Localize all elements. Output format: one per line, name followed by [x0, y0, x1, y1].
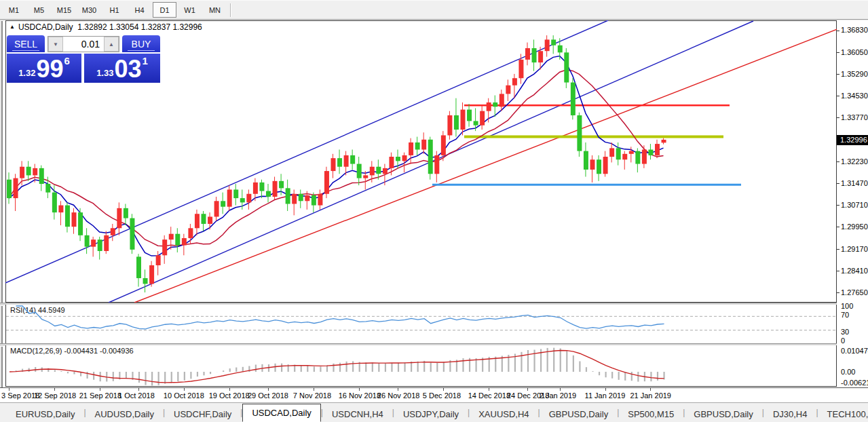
- date-axis-tick: [527, 388, 528, 391]
- date-axis-tick: [268, 388, 269, 391]
- price-axis-tick: [837, 31, 839, 31]
- date-axis-label: 5 Dec 2018: [423, 391, 461, 400]
- symbol-tab-sp500-8[interactable]: SP500,M15: [619, 406, 683, 422]
- date-axis-label: 1 Oct 2018: [118, 391, 155, 400]
- timeframe-button-w1[interactable]: W1: [178, 2, 202, 18]
- date-axis-tick: [398, 388, 398, 391]
- date-axis-label: 2 Jan 2019: [540, 391, 576, 400]
- red-trendline[interactable]: [134, 22, 837, 303]
- date-axis-label: 16 Nov 2018: [339, 391, 381, 400]
- date-axis-tick: [54, 388, 55, 391]
- date-axis-tick: [359, 388, 360, 391]
- price-axis-label: 1.28410: [841, 267, 868, 275]
- price-axis-tick: [837, 205, 839, 206]
- volume-down-icon[interactable]: ▼: [48, 37, 63, 52]
- price-axis-tick: [837, 96, 839, 96]
- symbol-tab-gbpusd-7[interactable]: GBPUSD,Daily: [540, 406, 617, 422]
- price-axis-tick: [837, 292, 839, 293]
- symbol-tab-gbpusd-9[interactable]: GBPUSD,Daily: [685, 406, 761, 422]
- rsi-plot: [6, 305, 836, 343]
- volume-up-icon[interactable]: ▲: [104, 37, 119, 52]
- price-axis-label: 1.36050: [841, 48, 868, 56]
- price-axis-label: 1.29950: [841, 223, 868, 231]
- price-axis-tick: [837, 161, 839, 162]
- indicator-scale-label: 0.010474: [841, 347, 868, 355]
- indicator-scale-label: 0: [841, 337, 845, 345]
- date-axis-tick: [229, 388, 230, 391]
- date-axis-label: 7 Nov 2018: [293, 391, 331, 400]
- indicator-scale-label: -0.006218: [841, 379, 868, 387]
- date-axis-tick: [489, 388, 489, 391]
- symbol-tab-usdcad-3[interactable]: USDCAD,Daily: [242, 404, 320, 422]
- symbol-tab-xauusd-6[interactable]: XAUUSD,H4: [470, 406, 537, 422]
- date-axis-label: 26 Nov 2018: [377, 391, 419, 400]
- timeframe-button-d1[interactable]: D1: [153, 2, 176, 18]
- symbol-tab-eurusd-0[interactable]: EURUSD,Daily: [7, 406, 83, 422]
- date-axis-tick: [184, 388, 185, 391]
- timeframe-button-h4[interactable]: H4: [128, 2, 151, 18]
- symbol-tab-usdchf-2[interactable]: USDCHF,Daily: [165, 406, 240, 422]
- date-axis-label: 21 Sep 2018: [79, 391, 121, 400]
- price-axis-label: 1.35290: [841, 70, 868, 78]
- price-axis-tick: [837, 183, 839, 184]
- price-axis-label: 1.34530: [841, 92, 868, 100]
- indicator-scale-label: 70: [841, 311, 849, 319]
- date-axis-label: 19 Oct 2018: [209, 391, 250, 400]
- timeframe-button-m5[interactable]: M5: [27, 2, 51, 18]
- symbol-tab-usdcnh-4[interactable]: USDCNH,H4: [323, 406, 392, 422]
- price-axis-tick: [837, 74, 839, 75]
- price-axis-tick: [837, 117, 839, 118]
- rsi-line: [16, 306, 664, 329]
- timeframe-button-mn[interactable]: MN: [203, 2, 227, 18]
- price-axis-label: 1.32230: [841, 157, 868, 166]
- buy-price-box[interactable]: 1.33 03 1: [84, 54, 160, 83]
- price-axis-label: 1.29170: [841, 245, 868, 253]
- macd-plot: [6, 345, 836, 387]
- price-axis-label: 1.27650: [841, 288, 868, 296]
- indicator-scale-label: 30: [841, 328, 849, 336]
- timeframe-button-h1[interactable]: H1: [102, 2, 126, 18]
- date-axis-tick: [100, 388, 100, 391]
- timeframe-button-m15[interactable]: M15: [52, 2, 76, 18]
- buy-button[interactable]: BUY: [122, 35, 160, 52]
- symbol-tab-audusd-1[interactable]: AUDUSD,Daily: [86, 406, 163, 422]
- one-click-trade-panel: SELL ▼ 0.01 ▲ BUY 1.32 99 6 1.33 03 1: [7, 35, 160, 83]
- date-axis[interactable]: 3 Sep 201812 Sep 201821 Sep 20181 Oct 20…: [0, 387, 868, 403]
- date-axis-tick: [138, 388, 139, 391]
- price-axis-label: 1.33770: [841, 113, 868, 121]
- toolbar-separator: [230, 3, 231, 17]
- date-axis-label: 11 Jan 2019: [585, 391, 626, 400]
- date-axis-tick: [314, 388, 314, 391]
- date-axis-label: 10 Oct 2018: [164, 391, 204, 400]
- sell-button[interactable]: SELL: [7, 35, 45, 52]
- current-price-label: 1.32996: [837, 135, 868, 145]
- date-axis-tick: [650, 388, 651, 391]
- symbol-tab-tech100-11[interactable]: TECH100,H1: [818, 406, 868, 422]
- date-axis-label: 12 Sep 2018: [34, 391, 76, 400]
- sell-price-box[interactable]: 1.32 99 6: [7, 54, 81, 83]
- indicator-scale-label: 0.00: [841, 368, 855, 376]
- chart-title-symbol: USDCAD,Daily: [18, 22, 73, 32]
- timeframe-button-m1[interactable]: M1: [2, 2, 26, 18]
- date-axis-tick: [9, 388, 10, 391]
- chart-title: ▲USDCAD,Daily 1.32892 1.33054 1.32837 1.…: [10, 22, 202, 32]
- date-axis-tick: [605, 388, 606, 391]
- price-axis-tick: [837, 249, 839, 250]
- price-axis-label: 1.31470: [841, 179, 868, 187]
- symbol-tab-usdjpy-5[interactable]: USDJPY,Daily: [394, 406, 468, 422]
- date-axis-label: 29 Oct 2018: [248, 391, 288, 400]
- volume-stepper[interactable]: ▼ 0.01 ▲: [48, 36, 119, 52]
- macd-histogram: [10, 348, 664, 386]
- volume-value[interactable]: 0.01: [63, 37, 104, 52]
- slow-ma-line: [9, 70, 664, 246]
- date-axis-label: 21 Jan 2019: [630, 391, 671, 400]
- price-axis-label: 1.30710: [841, 201, 868, 209]
- price-axis-tick: [837, 271, 839, 271]
- indicator-scale-label: 100: [841, 302, 853, 310]
- macd-signal-line: [10, 351, 664, 383]
- date-axis-tick: [443, 388, 444, 391]
- timeframe-button-m30[interactable]: M30: [77, 2, 101, 18]
- symbol-tab-dj30-10[interactable]: DJ30,H4: [764, 406, 816, 422]
- price-axis-tick: [837, 227, 839, 227]
- collapse-panel-icon[interactable]: ▲: [10, 24, 15, 30]
